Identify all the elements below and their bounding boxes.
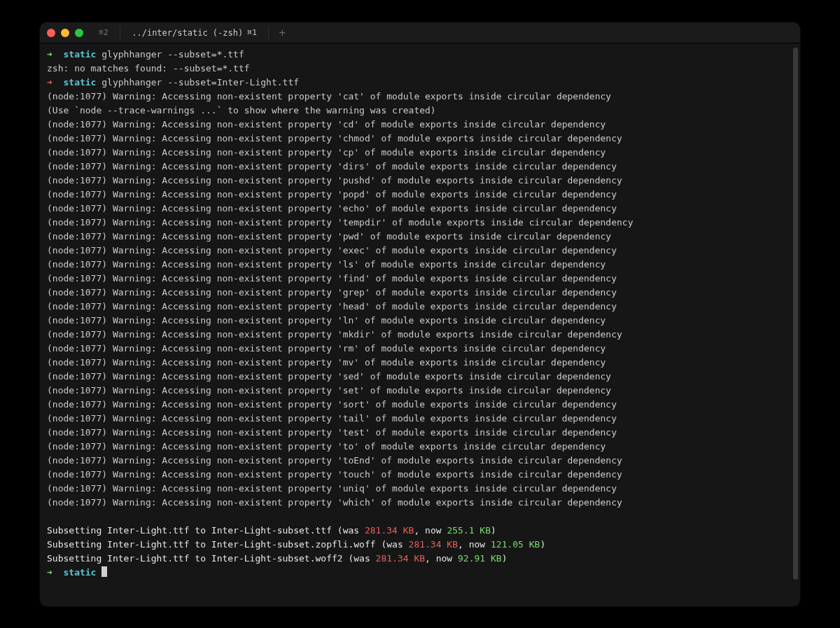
warning-text: (node:1077) Warning: Accessing non-exist… (47, 357, 606, 368)
output-line: Subsetting Inter-Light.ttf to Inter-Ligh… (47, 552, 793, 566)
warning-text: (node:1077) Warning: Accessing non-exist… (47, 413, 617, 424)
prompt-arrow-icon: ➜ (47, 49, 63, 60)
output-line: Subsetting Inter-Light.ttf to Inter-Ligh… (47, 524, 793, 538)
terminal-output[interactable]: ➜ static glyphhanger --subset=*.ttfzsh: … (40, 43, 800, 606)
subset-text: , now (414, 525, 447, 536)
warning-text: (node:1077) Warning: Accessing non-exist… (47, 133, 622, 144)
output-line: (node:1077) Warning: Accessing non-exist… (47, 188, 793, 202)
warning-text: (node:1077) Warning: Accessing non-exist… (47, 217, 633, 228)
output-line: (node:1077) Warning: Accessing non-exist… (47, 286, 793, 300)
output-line: (node:1077) Warning: Accessing non-exist… (47, 118, 793, 132)
warning-text: (node:1077) Warning: Accessing non-exist… (47, 287, 617, 298)
prompt-arrow-icon: ➜ (47, 77, 63, 88)
warning-text: (node:1077) Warning: Accessing non-exist… (47, 441, 606, 452)
output-line: ➜ static glyphhanger --subset=*.ttf (47, 48, 793, 62)
output-line: (node:1077) Warning: Accessing non-exist… (47, 216, 793, 230)
close-icon[interactable] (47, 29, 55, 37)
output-line: Subsetting Inter-Light.ttf to Inter-Ligh… (47, 538, 793, 552)
warning-text: (node:1077) Warning: Accessing non-exist… (47, 483, 617, 494)
output-line: (node:1077) Warning: Accessing non-exist… (47, 146, 793, 160)
warning-text: (node:1077) Warning: Accessing non-exist… (47, 161, 617, 172)
output-line: (node:1077) Warning: Accessing non-exist… (47, 90, 793, 104)
cursor-icon (102, 566, 107, 577)
prompt-line[interactable]: ➜ static (47, 566, 793, 580)
warning-text: (node:1077) Warning: Accessing non-exist… (47, 329, 622, 340)
subset-text: , now (425, 553, 458, 564)
output-line: (node:1077) Warning: Accessing non-exist… (47, 468, 793, 482)
output-line: (node:1077) Warning: Accessing non-exist… (47, 160, 793, 174)
warning-text: (node:1077) Warning: Accessing non-exist… (47, 245, 617, 256)
output-line: zsh: no matches found: --subset=*.ttf (47, 62, 793, 76)
size-was: 281.34 KB (365, 525, 414, 536)
minimize-icon[interactable] (61, 29, 69, 37)
output-line: (node:1077) Warning: Accessing non-exist… (47, 314, 793, 328)
warning-text: (node:1077) Warning: Accessing non-exist… (47, 455, 622, 466)
tab-divider (120, 27, 120, 39)
trace-hint: (Use `node --trace-warnings ...` to show… (47, 105, 436, 116)
warning-text: (node:1077) Warning: Accessing non-exist… (47, 259, 606, 270)
warning-text: (node:1077) Warning: Accessing non-exist… (47, 119, 606, 130)
scrollbar[interactable] (793, 48, 798, 602)
subset-text: ) (491, 525, 496, 536)
size-now: 255.1 KB (447, 525, 491, 536)
output-line: (node:1077) Warning: Accessing non-exist… (47, 174, 793, 188)
output-line: (node:1077) Warning: Accessing non-exist… (47, 454, 793, 468)
output-line: (node:1077) Warning: Accessing non-exist… (47, 132, 793, 146)
prompt-cwd: static (63, 567, 102, 578)
output-line: (node:1077) Warning: Accessing non-exist… (47, 384, 793, 398)
output-line: (node:1077) Warning: Accessing non-exist… (47, 230, 793, 244)
error-text: zsh: no matches found: --subset=*.ttf (47, 63, 250, 74)
output-line: (node:1077) Warning: Accessing non-exist… (47, 356, 793, 370)
output-line: (node:1077) Warning: Accessing non-exist… (47, 370, 793, 384)
warning-text: (node:1077) Warning: Accessing non-exist… (47, 147, 606, 158)
output-line: (node:1077) Warning: Accessing non-exist… (47, 426, 793, 440)
scrollbar-thumb[interactable] (793, 48, 798, 580)
size-was: 281.34 KB (409, 539, 458, 550)
tab-divider (268, 27, 269, 39)
traffic-lights (47, 29, 83, 37)
subset-text: ) (540, 539, 545, 550)
warning-text: (node:1077) Warning: Accessing non-exist… (47, 371, 611, 382)
subset-text: , now (458, 539, 491, 550)
prompt-cwd: static (63, 49, 96, 60)
output-line: (node:1077) Warning: Accessing non-exist… (47, 342, 793, 356)
prompt-cwd: static (63, 77, 96, 88)
output-line: (node:1077) Warning: Accessing non-exist… (47, 202, 793, 216)
warning-text: (node:1077) Warning: Accessing non-exist… (47, 315, 606, 326)
blank-line (47, 510, 793, 524)
warning-text: (node:1077) Warning: Accessing non-exist… (47, 301, 617, 312)
output-line: (node:1077) Warning: Accessing non-exist… (47, 244, 793, 258)
warning-text: (node:1077) Warning: Accessing non-exist… (47, 427, 617, 438)
output-line: (node:1077) Warning: Accessing non-exist… (47, 440, 793, 454)
terminal-window: ⌘2 ../inter/static (-zsh) ⌘1 + ➜ static … (40, 22, 800, 606)
warning-text: (node:1077) Warning: Accessing non-exist… (47, 343, 606, 354)
command-text: glyphhanger --subset=*.ttf (96, 49, 244, 60)
output-line: (node:1077) Warning: Accessing non-exist… (47, 482, 793, 496)
titlebar[interactable]: ⌘2 ../inter/static (-zsh) ⌘1 + (40, 22, 800, 43)
output-line: (node:1077) Warning: Accessing non-exist… (47, 328, 793, 342)
new-tab-button[interactable]: + (274, 27, 290, 39)
zoom-icon[interactable] (75, 29, 83, 37)
size-now: 121.05 KB (491, 539, 540, 550)
warning-text: (node:1077) Warning: Accessing non-exist… (47, 91, 611, 102)
warning-text: (node:1077) Warning: Accessing non-exist… (47, 385, 611, 396)
size-was: 281.34 KB (376, 553, 425, 564)
output-line: (node:1077) Warning: Accessing non-exist… (47, 412, 793, 426)
output-line: (node:1077) Warning: Accessing non-exist… (47, 496, 793, 510)
warning-text: (node:1077) Warning: Accessing non-exist… (47, 203, 617, 214)
tab-active[interactable]: ../inter/static (-zsh) ⌘1 (126, 25, 262, 41)
warning-text: (node:1077) Warning: Accessing non-exist… (47, 497, 622, 508)
warning-text: (node:1077) Warning: Accessing non-exist… (47, 273, 617, 284)
output-line: ➜ static glyphhanger --subset=Inter-Ligh… (47, 76, 793, 90)
warning-text: (node:1077) Warning: Accessing non-exist… (47, 231, 611, 242)
command-text: glyphhanger --subset=Inter-Light.ttf (96, 77, 299, 88)
output-line: (node:1077) Warning: Accessing non-exist… (47, 398, 793, 412)
output-line: (node:1077) Warning: Accessing non-exist… (47, 272, 793, 286)
subset-text: ) (502, 553, 507, 564)
subset-text: Subsetting Inter-Light.ttf to Inter-Ligh… (47, 539, 409, 550)
output-line: (Use `node --trace-warnings ...` to show… (47, 104, 793, 118)
subset-text: Subsetting Inter-Light.ttf to Inter-Ligh… (47, 525, 365, 536)
output-line: (node:1077) Warning: Accessing non-exist… (47, 300, 793, 314)
size-now: 92.91 KB (458, 553, 502, 564)
tab-hint-inactive[interactable]: ⌘2 (93, 25, 114, 41)
